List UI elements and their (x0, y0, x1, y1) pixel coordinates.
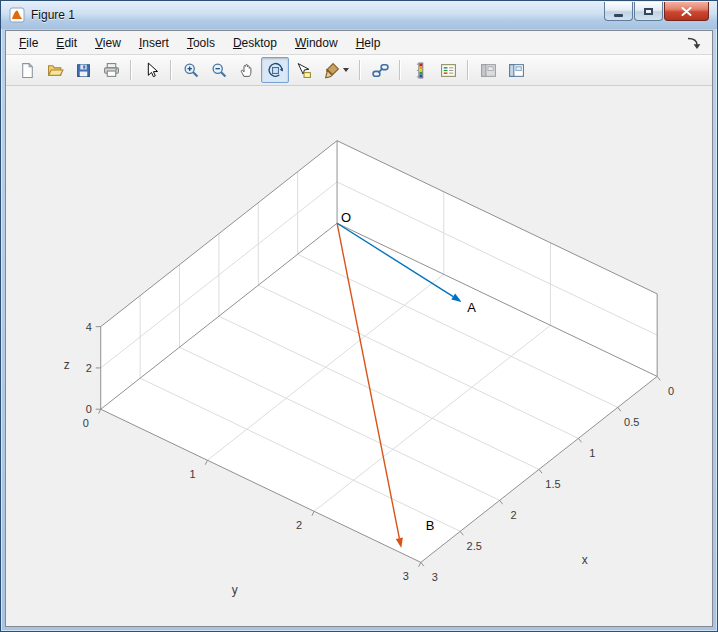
print-figure-button[interactable] (97, 57, 125, 83)
menu-bar: FileEditViewInsertToolsDesktopWindowHelp (6, 31, 712, 55)
toolbar-separator (399, 60, 401, 80)
svg-text:1.5: 1.5 (545, 478, 560, 490)
svg-text:0.5: 0.5 (624, 416, 639, 428)
titlebar[interactable]: Figure 1 (1, 1, 717, 29)
zoom-in-button[interactable] (177, 57, 205, 83)
open-file-button[interactable] (41, 57, 69, 83)
svg-text:2.5: 2.5 (467, 540, 482, 552)
toolbar-separator (359, 60, 361, 80)
svg-text:0: 0 (83, 417, 89, 429)
svg-text:A: A (467, 300, 476, 315)
figure-client-area: FileEditViewInsertToolsDesktopWindowHelp… (5, 30, 713, 627)
svg-text:O: O (341, 210, 351, 225)
matlab-figure-icon (9, 7, 25, 23)
dock-figure-icon[interactable] (686, 36, 702, 50)
close-button[interactable] (664, 2, 709, 21)
figure-toolbar (6, 55, 712, 86)
svg-text:y: y (232, 583, 238, 597)
hide-plot-tools-button[interactable] (474, 57, 502, 83)
svg-text:2: 2 (296, 519, 302, 531)
svg-text:1: 1 (589, 447, 595, 459)
minimize-icon (614, 14, 623, 17)
svg-text:3: 3 (432, 571, 438, 583)
svg-text:3: 3 (403, 570, 409, 582)
toolbar-separator (130, 60, 132, 80)
new-figure-button[interactable] (13, 57, 41, 83)
link-plot-button[interactable] (366, 57, 394, 83)
close-icon (681, 7, 692, 16)
menu-item-desktop[interactable]: Desktop (224, 33, 286, 53)
svg-text:2: 2 (511, 509, 517, 521)
toolbar-separator (467, 60, 469, 80)
data-cursor-button[interactable] (289, 57, 317, 83)
save-figure-button[interactable] (69, 57, 97, 83)
insert-colorbar-button[interactable] (406, 57, 434, 83)
maximize-button[interactable] (634, 2, 663, 21)
toolbar-separator (170, 60, 172, 80)
menu-item-edit[interactable]: Edit (47, 33, 86, 53)
svg-text:0: 0 (86, 403, 92, 415)
svg-text:x: x (582, 553, 588, 567)
menu-item-insert[interactable]: Insert (130, 33, 178, 53)
minimize-button[interactable] (604, 2, 633, 21)
maximize-icon (644, 8, 653, 15)
svg-text:1: 1 (189, 468, 195, 480)
window-controls (604, 2, 709, 21)
menu-item-view[interactable]: View (86, 33, 130, 53)
rotate-3d-button[interactable] (261, 57, 289, 83)
menu-item-help[interactable]: Help (347, 33, 390, 53)
svg-text:2: 2 (86, 362, 92, 374)
svg-text:0: 0 (668, 385, 674, 397)
dropdown-caret-icon[interactable] (343, 68, 349, 72)
plot-svg[interactable]: 00.511.522.530123024xyzOAB (6, 86, 712, 626)
pan-button[interactable] (233, 57, 261, 83)
insert-legend-button[interactable] (434, 57, 462, 83)
menu-item-window[interactable]: Window (286, 33, 347, 53)
menu-item-tools[interactable]: Tools (178, 33, 224, 53)
svg-text:4: 4 (86, 321, 92, 333)
menu-item-file[interactable]: File (10, 33, 47, 53)
svg-text:B: B (426, 518, 435, 533)
window-title: Figure 1 (31, 8, 75, 22)
figure-window: Figure 1 FileEditViewInsertToolsDesktopW… (0, 0, 718, 632)
edit-plot-button[interactable] (137, 57, 165, 83)
zoom-out-button[interactable] (205, 57, 233, 83)
brush-data-button[interactable] (317, 57, 354, 83)
show-plot-tools-button[interactable] (502, 57, 530, 83)
svg-text:z: z (64, 358, 70, 372)
